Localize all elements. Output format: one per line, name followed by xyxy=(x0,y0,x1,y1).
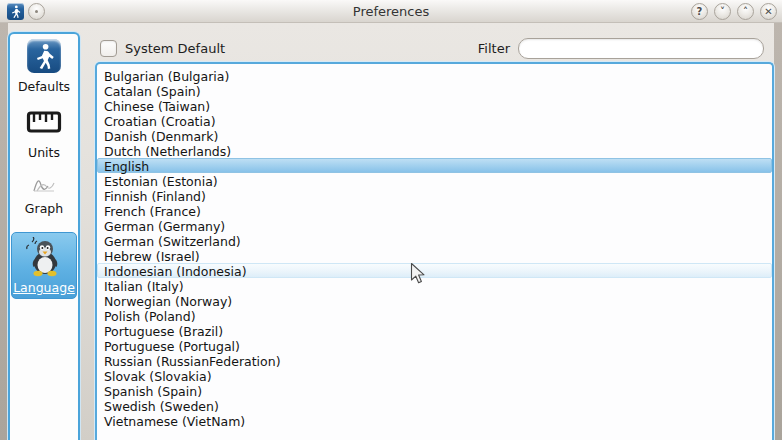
ruler-icon xyxy=(26,110,62,134)
sidebar-item-label: Language xyxy=(13,280,75,295)
tux-penguin-icon xyxy=(24,237,64,277)
list-item[interactable]: Bulgarian (Bulgaria) xyxy=(97,68,772,83)
titlebar-buttons: ? ˅ ˄ ✕ xyxy=(691,3,777,20)
list-item-label: German (Switzerland) xyxy=(104,234,241,249)
list-item[interactable]: Chinese (Taiwan) xyxy=(97,98,772,113)
hiker-icon xyxy=(27,39,61,73)
list-item-label: Slovak (Slovakia) xyxy=(104,369,212,384)
list-item[interactable]: Catalan (Spain) xyxy=(97,83,772,98)
list-item-label: Swedish (Sweden) xyxy=(104,399,219,414)
list-item-label: Vietnamese (VietNam) xyxy=(104,414,245,429)
shade-up-button[interactable]: ˄ xyxy=(737,3,754,20)
sidebar-item-units[interactable]: Units xyxy=(26,110,62,160)
list-item-label: Finnish (Finland) xyxy=(104,189,206,204)
list-item-label: Spanish (Spain) xyxy=(104,384,202,399)
list-item-label: Croatian (Croatia) xyxy=(104,114,216,129)
filter-input[interactable] xyxy=(518,38,764,59)
list-item[interactable]: Polish (Poland) xyxy=(97,308,772,323)
list-item-label: German (Germany) xyxy=(104,219,225,234)
list-item[interactable]: Portuguese (Brazil) xyxy=(97,323,772,338)
system-default-row: System Default xyxy=(100,40,225,57)
list-item[interactable]: Swedish (Sweden) xyxy=(97,398,772,413)
window-border-left xyxy=(0,23,8,440)
list-item-label: Bulgarian (Bulgaria) xyxy=(104,69,229,84)
list-item-label: Polish (Poland) xyxy=(104,309,196,324)
list-item[interactable]: German (Germany) xyxy=(97,218,772,233)
list-item[interactable]: Spanish (Spain) xyxy=(97,383,772,398)
sidebar-item-defaults[interactable]: Defaults xyxy=(18,39,70,94)
system-default-checkbox[interactable] xyxy=(100,40,117,57)
list-item[interactable]: Dutch (Netherlands) xyxy=(97,143,772,158)
language-list[interactable]: Bulgarian (Bulgaria)Catalan (Spain)Chine… xyxy=(95,62,774,440)
sidebar-item-label: Graph xyxy=(25,201,63,216)
list-item[interactable]: Norwegian (Norway) xyxy=(97,293,772,308)
list-item[interactable]: Russian (RussianFederation) xyxy=(97,353,772,368)
preferences-window: Preferences ? ˅ ˄ ✕ Defaults xyxy=(0,0,782,440)
sidebar-item-label: Units xyxy=(28,145,60,160)
list-item-label: English xyxy=(104,159,149,174)
help-button[interactable]: ? xyxy=(691,3,708,20)
list-item[interactable]: German (Switzerland) xyxy=(97,233,772,248)
sidebar-item-language[interactable]: Language xyxy=(11,232,77,299)
list-item-label: Norwegian (Norway) xyxy=(104,294,232,309)
sidebar: Defaults Units Graph xyxy=(8,32,80,440)
list-item[interactable]: Estonian (Estonia) xyxy=(97,173,772,188)
list-item-label: Hebrew (Israel) xyxy=(104,249,200,264)
list-item-label: Catalan (Spain) xyxy=(104,84,201,99)
list-item-label: Portuguese (Portugal) xyxy=(104,339,240,354)
list-item-label: Russian (RussianFederation) xyxy=(104,354,281,369)
list-item[interactable]: Indonesian (Indonesia) xyxy=(97,263,772,278)
list-item-label: Estonian (Estonia) xyxy=(104,174,218,189)
system-default-label: System Default xyxy=(125,41,225,56)
graph-icon xyxy=(32,176,56,194)
list-item[interactable]: English xyxy=(97,158,772,173)
list-item-label: Portuguese (Brazil) xyxy=(104,324,223,339)
list-item[interactable]: Slovak (Slovakia) xyxy=(97,368,772,383)
window-border-right xyxy=(774,23,782,440)
mouse-cursor xyxy=(410,262,427,285)
list-item-label: Indonesian (Indonesia) xyxy=(104,264,247,279)
list-item-label: French (France) xyxy=(104,204,201,219)
shade-down-button[interactable]: ˅ xyxy=(714,3,731,20)
list-item[interactable]: Danish (Denmark) xyxy=(97,128,772,143)
sidebar-item-label: Defaults xyxy=(18,79,70,94)
filter-label: Filter xyxy=(478,41,510,56)
list-item[interactable]: French (France) xyxy=(97,203,772,218)
list-item-label: Danish (Denmark) xyxy=(104,129,218,144)
titlebar[interactable]: Preferences ? ˅ ˄ ✕ xyxy=(0,0,782,23)
list-item[interactable]: Finnish (Finland) xyxy=(97,188,772,203)
list-item[interactable]: Vietnamese (VietNam) xyxy=(97,413,772,428)
close-button[interactable]: ✕ xyxy=(760,3,777,20)
list-item-label: Italian (Italy) xyxy=(104,279,184,294)
filter-row: Filter xyxy=(478,38,764,59)
list-item[interactable]: Portuguese (Portugal) xyxy=(97,338,772,353)
window-title: Preferences xyxy=(0,4,782,19)
list-item[interactable]: Hebrew (Israel) xyxy=(97,248,772,263)
sidebar-item-graph[interactable]: Graph xyxy=(25,176,63,216)
list-item-label: Chinese (Taiwan) xyxy=(104,99,210,114)
list-item[interactable]: Italian (Italy) xyxy=(97,278,772,293)
list-item-label: Dutch (Netherlands) xyxy=(104,144,231,159)
list-item[interactable]: Croatian (Croatia) xyxy=(97,113,772,128)
